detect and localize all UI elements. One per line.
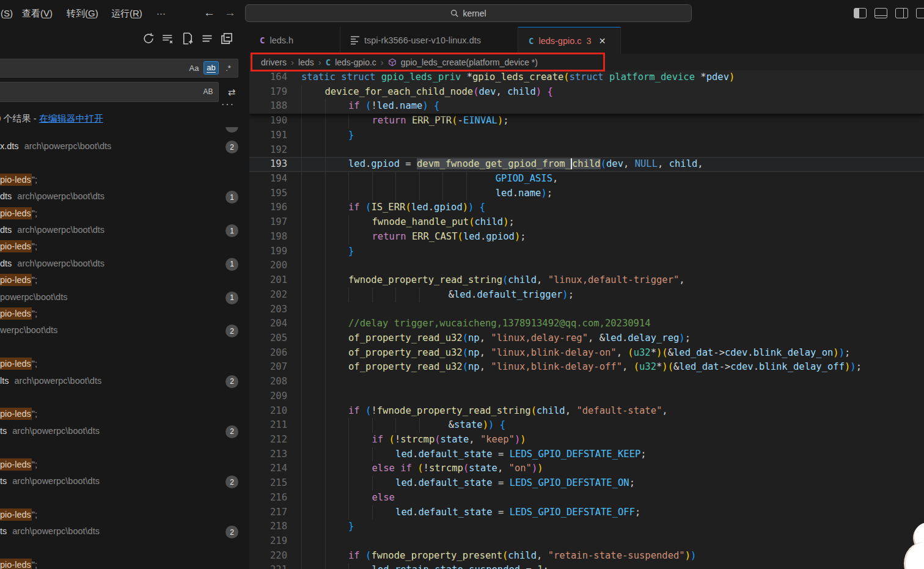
search-input[interactable]: [0, 59, 238, 78]
line-number[interactable]: 218: [249, 519, 287, 534]
code-line-197: 197fwnode_handle_put(child);: [249, 215, 924, 230]
result-file-row[interactable]: tsarch\powerpc\boot\dts2: [0, 424, 247, 440]
result-file-row[interactable]: tsarch\powerpc\boot\dts2: [0, 524, 247, 540]
line-number[interactable]: 206: [249, 346, 287, 361]
result-file-row[interactable]: powerpc\boot\dts1: [0, 290, 247, 306]
line-number[interactable]: 190: [249, 114, 287, 128]
command-center-search[interactable]: kernel: [245, 4, 692, 22]
result-file-row[interactable]: dtsarch\powerpc\boot\dts1: [0, 222, 247, 239]
replace-input[interactable]: [0, 82, 219, 102]
replace-all-button[interactable]: ⇄: [224, 86, 240, 99]
result-row-clipped[interactable]: [0, 127, 247, 139]
line-number[interactable]: 219: [249, 534, 287, 549]
result-file-row[interactable]: tsarch\powerpc\boot\dts2: [0, 474, 247, 490]
result-match-row[interactable]: pio-leds";: [0, 507, 247, 524]
result-match-row[interactable]: pio-leds";: [0, 306, 247, 323]
clear-search-results-icon[interactable]: [162, 32, 174, 45]
line-number[interactable]: 192: [249, 143, 287, 158]
line-number[interactable]: 211: [249, 418, 287, 433]
line-number[interactable]: 164: [249, 70, 287, 85]
collapse-all-icon[interactable]: [221, 32, 233, 45]
search-value: kernel: [463, 9, 486, 18]
code-line-214: 214else if (!strcmp(state, "on")): [249, 461, 924, 476]
tab-leds-gpio-c[interactable]: C leds-gpio.c 3 ✕: [518, 27, 621, 54]
line-number[interactable]: 179: [249, 85, 287, 100]
line-number[interactable]: 188: [249, 99, 287, 114]
open-new-search-editor-icon[interactable]: [182, 32, 194, 45]
line-number[interactable]: 214: [249, 461, 287, 476]
close-tab-icon[interactable]: ✕: [599, 36, 606, 46]
code-line-215: 215led.default_state = LEDS_GPIO_DEFSTAT…: [249, 476, 924, 491]
match-count-badge: 2: [226, 526, 238, 538]
line-number[interactable]: 191: [249, 128, 287, 143]
line-number[interactable]: 195: [249, 186, 287, 201]
line-number[interactable]: 213: [249, 447, 287, 462]
match-count-badge: 2: [226, 325, 238, 337]
code-line-207: 207of_property_read_u32(np, "linux,blink…: [249, 360, 924, 375]
menu-item-4[interactable]: ···: [151, 0, 171, 27]
whole-word-button[interactable]: ab: [204, 61, 219, 75]
open-in-editor-link[interactable]: 在编辑器中打开: [39, 113, 103, 123]
line-number[interactable]: 203: [249, 303, 287, 317]
line-number[interactable]: 215: [249, 476, 287, 491]
line-number[interactable]: 196: [249, 200, 287, 215]
result-file-row[interactable]: dtsarch\powerpc\boot\dts1: [0, 189, 247, 205]
tab-tspi-dts[interactable]: tspi-rk3566-user-v10-linux.dts: [340, 27, 518, 54]
line-number[interactable]: 212: [249, 433, 287, 447]
refresh-icon[interactable]: [142, 32, 155, 45]
line-number[interactable]: 216: [249, 491, 287, 505]
result-match-row[interactable]: pio-leds";: [0, 239, 247, 255]
line-number[interactable]: 207: [249, 360, 287, 375]
result-match-row[interactable]: pio-leds";: [0, 356, 247, 373]
code-line-164: 164static struct gpio_leds_priv *gpio_le…: [249, 70, 924, 85]
menu-item-0[interactable]: (S): [0, 0, 18, 27]
result-file-row[interactable]: dtsarch\powerpc\boot\dts1: [0, 256, 247, 273]
line-number[interactable]: 209: [249, 389, 287, 404]
result-row-empty: [0, 390, 247, 406]
line-number[interactable]: 208: [249, 375, 287, 389]
line-number[interactable]: 193: [249, 157, 287, 172]
code-line-206: 206of_property_read_u32(np, "linux,blink…: [249, 346, 924, 361]
toggle-primary-sidebar-icon[interactable]: [854, 8, 867, 18]
line-number[interactable]: 210: [249, 404, 287, 419]
menu-item-1[interactable]: 查看(V): [16, 0, 58, 27]
match-count-badge: 2: [226, 475, 238, 488]
result-file-row[interactable]: ltsarch\powerpc\boot\dts2: [0, 373, 247, 390]
tab-leds-h[interactable]: C leds.h: [249, 27, 340, 54]
forward-arrow[interactable]: →: [224, 0, 236, 27]
regex-button[interactable]: .*: [221, 61, 236, 75]
line-number[interactable]: 201: [249, 273, 287, 288]
result-match-row[interactable]: pio-leds";: [0, 557, 247, 569]
menu-item-3[interactable]: 运行(R): [106, 0, 148, 27]
line-number[interactable]: 221: [249, 563, 287, 569]
line-number[interactable]: 220: [249, 549, 287, 563]
annotation-red-rectangle: [251, 53, 605, 72]
toggle-panel-icon[interactable]: [875, 8, 887, 18]
result-match-row[interactable]: pio-leds";: [0, 172, 247, 189]
result-file-row[interactable]: werpc\boot\dts2: [0, 323, 247, 339]
line-number[interactable]: 197: [249, 215, 287, 230]
line-number[interactable]: 200: [249, 259, 287, 273]
line-number[interactable]: 202: [249, 288, 287, 303]
customize-layout-icon[interactable]: [916, 8, 924, 18]
menu-item-2[interactable]: 转到(G): [61, 0, 104, 27]
preserve-case-button[interactable]: AB: [200, 85, 216, 98]
code-line-219: 219: [249, 534, 924, 549]
view-as-list-icon[interactable]: [201, 32, 213, 45]
line-number[interactable]: 217: [249, 505, 287, 520]
result-match-row[interactable]: pio-leds";: [0, 457, 247, 474]
result-match-row[interactable]: pio-leds";: [0, 206, 247, 222]
line-number[interactable]: 198: [249, 230, 287, 244]
back-arrow[interactable]: ←: [204, 0, 215, 27]
result-match-row[interactable]: pio-leds";: [0, 273, 247, 289]
match-case-button[interactable]: Aa: [186, 61, 202, 75]
line-number[interactable]: 194: [249, 172, 287, 186]
line-number[interactable]: 204: [249, 317, 287, 331]
toggle-search-details-button[interactable]: ···: [221, 99, 235, 110]
line-number[interactable]: 205: [249, 331, 287, 346]
line-number[interactable]: 199: [249, 244, 287, 259]
result-file-row[interactable]: x.dtsarch\powerpc\boot\dts2: [0, 139, 247, 155]
toggle-secondary-sidebar-icon[interactable]: [895, 8, 908, 18]
result-match-row[interactable]: pio-leds";: [0, 406, 247, 423]
code-area[interactable]: 190return ERR_PTR(-EINVAL);191}192193led…: [249, 70, 924, 569]
